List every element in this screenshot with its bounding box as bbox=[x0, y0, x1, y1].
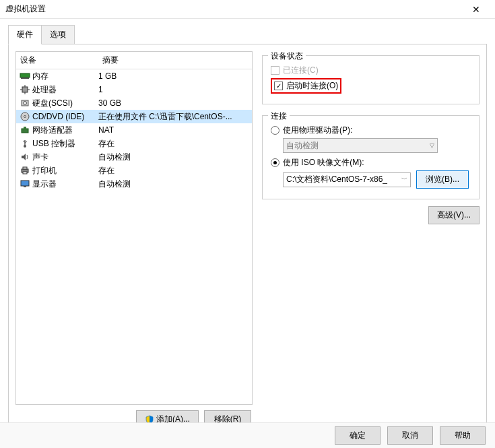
cd-icon bbox=[20, 111, 30, 122]
device-name: CD/DVD (IDE) bbox=[32, 112, 98, 121]
close-icon[interactable]: ✕ bbox=[463, 4, 490, 15]
device-row-cd[interactable]: CD/DVD (IDE)正在使用文件 C:\迅雷下载\CentOS-... bbox=[16, 110, 252, 123]
tab-hardware[interactable]: 硬件 bbox=[8, 25, 42, 44]
printer-icon bbox=[20, 165, 30, 176]
col-summary[interactable]: 摘要 bbox=[98, 52, 252, 69]
svg-rect-19 bbox=[23, 172, 27, 174]
use-physical-label: 使用物理驱动器(P): bbox=[283, 125, 352, 136]
svg-point-10 bbox=[24, 116, 26, 118]
device-row-memory[interactable]: 内存1 GB bbox=[16, 69, 252, 83]
display-icon bbox=[20, 179, 30, 189]
title-bar: 虚拟机设置 ✕ bbox=[0, 0, 495, 19]
device-row-display[interactable]: 显示器自动检测 bbox=[16, 177, 252, 191]
dialog-footer: 确定 取消 帮助 bbox=[0, 422, 495, 448]
device-summary: 1 GB bbox=[98, 71, 252, 81]
svg-point-8 bbox=[24, 102, 27, 105]
highlight-box: ✓ 启动时连接(O) bbox=[271, 78, 341, 94]
connect-on-start-label: 启动时连接(O) bbox=[286, 80, 338, 92]
tab-options[interactable]: 选项 bbox=[42, 25, 75, 44]
col-device[interactable]: 设备 bbox=[16, 52, 98, 69]
svg-rect-2 bbox=[22, 87, 28, 92]
svg-rect-1 bbox=[21, 77, 29, 79]
device-summary: 存在 bbox=[98, 165, 252, 177]
chevron-down-icon: ﹀ bbox=[401, 175, 407, 184]
iso-path-combo[interactable]: C:\文档资料\CentOS-7-x86_ ﹀ bbox=[283, 172, 411, 187]
device-summary: NAT bbox=[98, 125, 252, 135]
net-icon bbox=[20, 125, 30, 135]
device-summary: 1 bbox=[98, 85, 252, 94]
chevron-down-icon: ▽ bbox=[430, 142, 434, 149]
tab-panel: 设备 摘要 内存1 GB处理器1硬盘(SCSI)30 GBCD/DVD (IDE… bbox=[8, 44, 487, 436]
svg-rect-20 bbox=[21, 181, 29, 186]
device-name: USB 控制器 bbox=[32, 138, 98, 150]
device-name: 内存 bbox=[32, 71, 98, 82]
device-summary: 自动检测 bbox=[98, 179, 252, 190]
iso-path-value: C:\文档资料\CentOS-7-x86_ bbox=[286, 174, 387, 185]
use-iso-label: 使用 ISO 映像文件(M): bbox=[283, 157, 364, 168]
browse-button[interactable]: 浏览(B)... bbox=[416, 170, 469, 189]
device-row-hdd[interactable]: 硬盘(SCSI)30 GB bbox=[16, 96, 252, 110]
physical-drive-value: 自动检测 bbox=[286, 140, 319, 152]
device-name: 网络适配器 bbox=[32, 125, 98, 136]
ok-button[interactable]: 确定 bbox=[335, 426, 381, 445]
device-summary: 自动检测 bbox=[98, 152, 252, 163]
sound-icon bbox=[20, 152, 30, 162]
help-button[interactable]: 帮助 bbox=[440, 426, 486, 445]
device-list: 设备 摘要 内存1 GB处理器1硬盘(SCSI)30 GBCD/DVD (IDE… bbox=[15, 51, 253, 405]
svg-rect-12 bbox=[24, 127, 26, 129]
svg-rect-21 bbox=[24, 186, 26, 187]
device-summary: 30 GB bbox=[98, 98, 252, 108]
advanced-button[interactable]: 高级(V)... bbox=[428, 206, 480, 224]
connection-title: 连接 bbox=[268, 110, 290, 122]
device-row-sound[interactable]: 声卡自动检测 bbox=[16, 150, 252, 164]
cancel-button[interactable]: 取消 bbox=[387, 426, 433, 445]
device-row-net[interactable]: 网络适配器NAT bbox=[16, 123, 252, 137]
list-header: 设备 摘要 bbox=[16, 52, 252, 69]
device-name: 处理器 bbox=[32, 84, 98, 96]
device-row-cpu[interactable]: 处理器1 bbox=[16, 83, 252, 96]
connection-group: 连接 使用物理驱动器(P): 自动检测 ▽ 使用 ISO 映像文件(M): bbox=[262, 115, 480, 199]
svg-rect-0 bbox=[20, 73, 30, 77]
hdd-icon bbox=[20, 98, 30, 108]
memory-icon bbox=[20, 71, 30, 82]
svg-rect-11 bbox=[22, 129, 28, 133]
device-status-group: 设备状态 已连接(C) ✓ 启动时连接(O) bbox=[262, 55, 480, 104]
device-summary: 正在使用文件 C:\迅雷下载\CentOS-... bbox=[98, 111, 252, 123]
connect-on-start-checkbox[interactable]: ✓ bbox=[274, 82, 283, 90]
use-physical-radio[interactable] bbox=[271, 126, 279, 135]
tab-strip: 硬件 选项 bbox=[8, 24, 487, 44]
cpu-icon bbox=[20, 84, 30, 95]
device-name: 声卡 bbox=[32, 152, 98, 163]
use-iso-radio[interactable] bbox=[271, 158, 279, 167]
device-name: 硬盘(SCSI) bbox=[32, 98, 98, 109]
device-status-title: 设备状态 bbox=[268, 51, 306, 62]
usb-icon bbox=[20, 138, 30, 149]
connected-label: 已连接(C) bbox=[283, 65, 319, 76]
physical-drive-combo: 自动检测 ▽ bbox=[283, 138, 438, 153]
device-summary: 存在 bbox=[98, 138, 252, 150]
device-name: 显示器 bbox=[32, 179, 98, 190]
svg-rect-18 bbox=[23, 167, 27, 169]
device-row-usb[interactable]: USB 控制器存在 bbox=[16, 137, 252, 150]
device-row-printer[interactable]: 打印机存在 bbox=[16, 164, 252, 177]
connected-checkbox bbox=[271, 66, 279, 75]
device-name: 打印机 bbox=[32, 165, 98, 177]
window-title: 虚拟机设置 bbox=[5, 3, 463, 15]
